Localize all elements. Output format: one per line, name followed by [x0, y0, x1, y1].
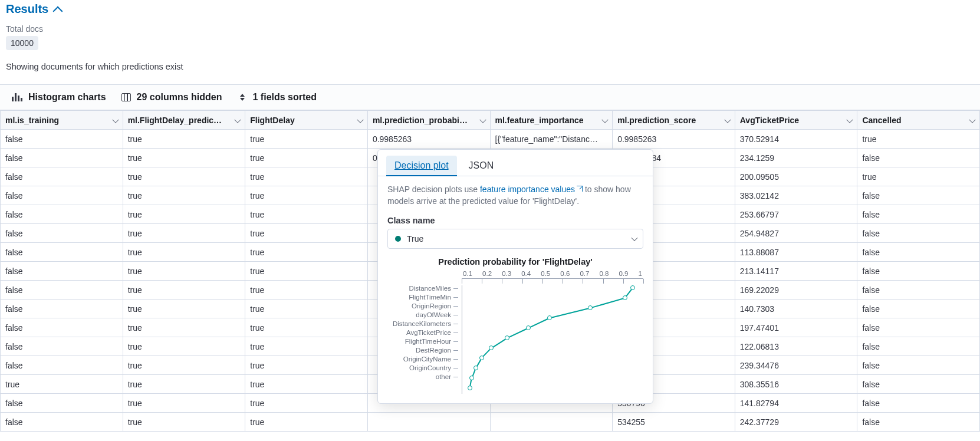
table-cell: 197.47401 [735, 318, 857, 337]
table-row[interactable]: falsetruetrue0.9985263[{"feature_name":"… [1, 130, 980, 149]
chart-y-label: DistanceKilometers [393, 321, 458, 328]
column-header[interactable]: ml.prediction_score [613, 111, 735, 130]
table-cell: true [245, 186, 368, 205]
table-cell: true [857, 167, 980, 186]
total-docs-value: 10000 [6, 36, 38, 50]
chart-line-segment [507, 328, 528, 338]
table-cell: false [857, 224, 980, 243]
chart-x-tick: 0.8 [599, 270, 609, 277]
decision-plot-popover: Decision plot JSON SHAP decision plots u… [377, 149, 653, 404]
table-cell: true [245, 130, 368, 149]
table-cell: false [857, 205, 980, 224]
histogram-charts-toggle[interactable]: Histogram charts [12, 92, 106, 103]
table-cell: true [123, 394, 245, 413]
table-cell: true [123, 205, 245, 224]
table-row[interactable]: falsetruetrue534255242.37729false [1, 413, 980, 432]
column-header[interactable]: ml.prediction_probabi… [367, 111, 490, 130]
chart-x-tick: 0.4 [521, 270, 531, 277]
table-cell: true [245, 300, 368, 318]
chart-x-tick: 1 [639, 270, 642, 277]
chart-y-label: other [436, 374, 458, 381]
chart-point [489, 345, 494, 350]
column-header[interactable]: Cancelled [857, 111, 980, 130]
table-cell: [{"feature_name":"Distanc… [490, 130, 613, 149]
column-header[interactable]: FlightDelay [245, 111, 368, 130]
column-header[interactable]: ml.FlightDelay_predic… [123, 111, 245, 130]
table-cell: 534255 [613, 413, 735, 432]
chevron-down-icon [601, 116, 608, 123]
external-link-icon [577, 186, 583, 192]
class-name-select[interactable]: True [387, 229, 643, 249]
chevron-down-icon [357, 116, 363, 123]
tab-decision-plot[interactable]: Decision plot [386, 156, 457, 176]
table-cell: 0.9985263 [367, 130, 490, 149]
table-cell: true [245, 375, 368, 394]
table-cell: false [1, 413, 123, 432]
table-cell: 122.06813 [735, 337, 857, 356]
table-cell: true [123, 281, 245, 300]
chart-y-label: dayOfWeek [416, 312, 458, 319]
chart-y-labels: DistanceMilesFlightTimeMinOriginRegionda… [387, 270, 462, 394]
popover-tabs: Decision plot JSON [378, 156, 653, 176]
results-toggle[interactable]: Results [6, 2, 61, 16]
feature-importance-link[interactable]: feature importance values [480, 185, 583, 194]
column-header[interactable]: ml.feature_importance [490, 111, 613, 130]
chart-y-label: OriginCityName [403, 356, 458, 363]
table-cell: true [123, 356, 245, 375]
total-docs-label: Total docs [6, 24, 974, 34]
table-cell: 140.7303 [735, 300, 857, 318]
column-header[interactable]: ml.is_training [1, 111, 123, 130]
table-cell: true [123, 262, 245, 281]
table-cell: true [245, 413, 368, 432]
grid-toolbar: Histogram charts 29 columns hidden 1 fie… [0, 84, 980, 110]
table-cell: 234.1259 [735, 149, 857, 167]
table-cell: false [1, 186, 123, 205]
chevron-down-icon [235, 116, 241, 123]
chevron-down-icon [724, 116, 731, 123]
tab-json[interactable]: JSON [461, 156, 502, 176]
chart-point [588, 305, 593, 310]
columns-icon [121, 93, 131, 101]
chart-title: Prediction probability for 'FlightDelay' [387, 257, 643, 266]
table-cell: true [857, 130, 980, 149]
chart-point [623, 295, 627, 300]
chart-y-label: OriginCountry [409, 365, 458, 372]
popover-description: SHAP decision plots use feature importan… [387, 183, 643, 208]
table-cell: false [857, 149, 980, 167]
chart-point [479, 356, 484, 360]
table-cell: false [1, 356, 123, 375]
table-cell: false [1, 224, 123, 243]
chevron-down-icon [847, 116, 853, 123]
columns-hidden-button[interactable]: 29 columns hidden [121, 92, 222, 103]
table-cell: false [857, 356, 980, 375]
table-cell: false [1, 300, 123, 318]
fields-sorted-button[interactable]: 1 fields sorted [238, 92, 317, 103]
table-cell: true [245, 149, 368, 167]
column-header[interactable]: AvgTicketPrice [735, 111, 857, 130]
chevron-down-icon [479, 116, 486, 123]
chart-point [505, 335, 509, 340]
table-cell: true [245, 167, 368, 186]
chevron-up-icon [53, 6, 63, 16]
table-cell: 370.52914 [735, 130, 857, 149]
table-cell: false [857, 337, 980, 356]
table-cell: true [245, 318, 368, 337]
chart-y-label: DestRegion [416, 347, 458, 354]
chart-y-label: OriginRegion [412, 303, 458, 310]
table-cell: 254.94827 [735, 224, 857, 243]
table-cell: true [245, 394, 368, 413]
chart-point [468, 386, 472, 390]
class-name-label: Class name [387, 216, 643, 225]
chart-point [473, 366, 478, 370]
table-cell: true [123, 337, 245, 356]
table-cell: true [245, 337, 368, 356]
table-cell: false [857, 262, 980, 281]
table-cell: 0.9985263 [613, 130, 735, 149]
chart-y-label: AvgTicketPrice [406, 330, 458, 337]
chart-x-tick: 0.1 [463, 270, 472, 277]
chart-point [630, 285, 635, 290]
histogram-icon [12, 93, 22, 101]
table-cell: true [245, 205, 368, 224]
chart-x-tick: 0.9 [619, 270, 629, 277]
class-name-value: True [407, 234, 423, 243]
